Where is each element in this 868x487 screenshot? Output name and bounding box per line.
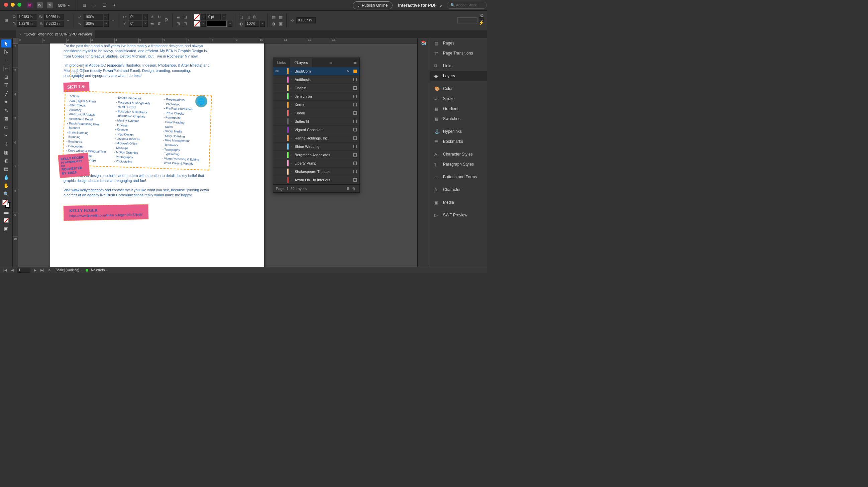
y-input[interactable] <box>17 21 36 27</box>
note-tool[interactable]: ▤ <box>1 165 11 173</box>
workspace-dropdown[interactable]: Interactive for PDF <box>397 1 443 9</box>
gradient-swatch-tool[interactable]: ▦ <box>1 148 11 156</box>
page-artboard[interactable]: 👁 🌐 For the past three and a half years … <box>50 43 264 267</box>
layer-row[interactable]: ›Shine Wedding <box>273 143 360 151</box>
pencil-tool[interactable]: ✎ <box>1 106 11 114</box>
dock-panel-gradient[interactable]: ▦Gradient <box>430 104 487 114</box>
scale-y-input[interactable] <box>84 21 103 27</box>
default-fill-stroke-icon[interactable] <box>1 216 11 224</box>
document-canvas[interactable]: 012345678910111213 2345678910 👁 🌐 For th… <box>13 38 417 267</box>
flip-h-icon[interactable]: ⇋ <box>149 21 155 27</box>
layer-select-proxy[interactable] <box>353 111 357 115</box>
window-controls[interactable] <box>4 3 22 7</box>
content-collector-tool[interactable]: ⊡ <box>1 73 11 81</box>
layer-row[interactable]: ›Antithesis <box>273 75 360 84</box>
layer-select-proxy[interactable] <box>353 95 357 98</box>
body-paragraph[interactable]: Visit www.kellyfeger.com and contact me … <box>64 188 211 198</box>
adobe-stock-search[interactable]: 🔍 Adobe Stock <box>447 2 487 9</box>
delete-layer-icon[interactable]: 🗑 <box>351 187 357 191</box>
type-tool[interactable]: T <box>1 81 11 89</box>
stroke-weight-input[interactable] <box>207 14 221 20</box>
last-page-button[interactable]: ▶| <box>40 268 45 272</box>
layer-select-proxy[interactable] <box>353 178 357 182</box>
layer-row[interactable]: ›Shakespeare Theater <box>273 168 360 176</box>
links-tab[interactable]: Links <box>273 58 290 67</box>
dock-panel-page-transitions[interactable]: ⇄Page Transitions <box>430 48 487 58</box>
rectangle-frame-tool[interactable]: ⊠ <box>1 115 11 123</box>
dock-panel-layers[interactable]: ◈Layers <box>430 71 487 81</box>
selection-tool[interactable] <box>1 39 11 48</box>
fill-swatch[interactable] <box>194 14 200 20</box>
new-sublayer-icon[interactable]: ⊞ <box>345 186 351 191</box>
dock-panel-media[interactable]: ▣Media <box>430 197 487 207</box>
pen-tool[interactable]: ✒ <box>1 98 11 106</box>
dock-panel-links[interactable]: ⧉Links <box>430 61 487 71</box>
portfolio-link[interactable]: www.kellyfeger.com <box>71 188 104 192</box>
dock-panel-stroke[interactable]: ≡Stroke <box>430 94 487 104</box>
layer-row[interactable]: 👁›BushCom✎ <box>273 67 360 75</box>
layer-row[interactable]: ›Vigneri Chocolate <box>273 126 360 134</box>
w-input[interactable] <box>44 14 64 20</box>
align-icon[interactable]: ≣ <box>175 14 181 20</box>
scissors-tool[interactable]: ✂ <box>1 131 11 140</box>
dock-panel-swatches[interactable]: ▦Swatches <box>430 114 487 124</box>
dock-panel-character[interactable]: ACharacter <box>430 185 487 195</box>
layer-select-proxy[interactable] <box>353 161 357 165</box>
layers-tab[interactable]: Layers <box>290 58 312 67</box>
flip-v-icon[interactable]: ⇵ <box>156 21 162 27</box>
layer-select-proxy[interactable] <box>353 136 357 140</box>
layer-select-proxy[interactable] <box>353 128 357 131</box>
dock-panel-buttons-and-forms[interactable]: ▭Buttons and Forms <box>430 172 487 182</box>
layer-select-proxy[interactable] <box>353 145 357 148</box>
open-icon[interactable]: ⭘ <box>47 268 52 272</box>
close-tab-icon[interactable]: × <box>20 32 22 36</box>
eyedropper-tool[interactable]: 💧 <box>1 173 11 181</box>
fill-stroke-proxy[interactable] <box>2 200 10 208</box>
gradient-feather-tool[interactable]: ◐ <box>1 156 11 164</box>
dock-panel-color[interactable]: 🎨Color <box>430 84 487 94</box>
scale-x-input[interactable] <box>84 14 103 20</box>
layer-row[interactable]: ›Xerox <box>273 101 360 109</box>
stroke-swatch[interactable] <box>194 21 200 27</box>
page-tool[interactable]: ▫ <box>1 56 11 64</box>
layer-row[interactable]: ›Hanna Holdings, Inc. <box>273 134 360 143</box>
opacity-input[interactable] <box>245 21 259 27</box>
shear-input[interactable] <box>129 21 142 27</box>
x-input[interactable] <box>17 14 36 20</box>
layer-select-proxy[interactable] <box>353 69 357 73</box>
zoom-tool[interactable]: 🔍 <box>1 190 11 198</box>
constrain-wh-icon[interactable]: ⚭ <box>65 18 71 23</box>
screen-mode-tool[interactable]: ▣ <box>1 225 11 233</box>
linkedin-note[interactable]: KELLY FEGER https://www.linkedin.com/in/… <box>64 204 149 221</box>
document-tab[interactable]: × *Cover_letter.indd @ 50% [GPU Preview] <box>16 30 95 38</box>
panel-collapse-icon[interactable]: » <box>328 61 335 65</box>
view-options-icon[interactable]: ▦ <box>81 2 87 8</box>
h-input[interactable] <box>44 21 64 27</box>
next-page-button[interactable]: ▶ <box>33 268 37 272</box>
layer-select-proxy[interactable] <box>353 153 357 156</box>
body-paragraph[interactable]: For the past three and a half years I've… <box>64 43 211 59</box>
page-number-input[interactable] <box>17 268 30 273</box>
preflight-errors[interactable]: No errors <box>91 268 108 272</box>
bridge-icon[interactable]: Br <box>37 2 43 8</box>
layer-select-proxy[interactable] <box>353 170 357 173</box>
layer-select-proxy[interactable] <box>353 78 357 81</box>
layer-select-proxy[interactable] <box>353 103 357 106</box>
constrain-scale-icon[interactable]: ⚭ <box>110 18 116 23</box>
hand-tool[interactable]: ✋ <box>1 182 11 190</box>
layer-row[interactable]: ›Liberty Pump <box>273 159 360 168</box>
first-page-button[interactable]: |◀ <box>3 268 8 272</box>
layer-select-proxy[interactable] <box>353 120 357 123</box>
address-note[interactable]: KELLY FEGER 56 WENDHURST DR ROCHESTER NY… <box>58 153 90 178</box>
edit-icon[interactable]: ✎ <box>347 69 352 73</box>
fx-icon[interactable]: fx. <box>252 14 258 20</box>
prev-page-button[interactable]: ◀ <box>10 268 14 272</box>
settings-gear-icon[interactable]: ⚙ <box>480 13 484 18</box>
layer-row[interactable]: ›Chapin <box>273 84 360 92</box>
text-wrap-none-icon[interactable]: ▤ <box>271 14 277 20</box>
zoom-dropdown[interactable]: 50% <box>57 3 70 8</box>
dock-panel-hyperlinks[interactable]: ⚓Hyperlinks <box>430 126 487 136</box>
layer-row[interactable]: ›Kodak <box>273 109 360 117</box>
layer-row[interactable]: ›Axom Ob...to Interiors <box>273 176 360 184</box>
rectangle-tool[interactable]: ▭ <box>1 123 11 131</box>
